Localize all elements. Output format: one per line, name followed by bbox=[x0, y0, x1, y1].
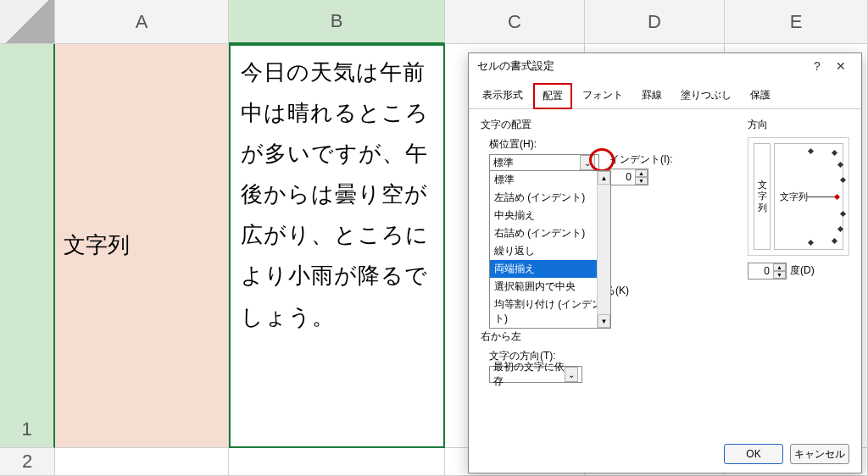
dd-option-distributed[interactable]: 均等割り付け (インデント) bbox=[490, 296, 610, 328]
dd-option-right[interactable]: 右詰め (インデント) bbox=[490, 224, 610, 242]
col-header-c[interactable]: C bbox=[445, 0, 585, 44]
tab-alignment[interactable]: 配置 bbox=[533, 83, 572, 109]
orientation-arc[interactable]: 文字列 bbox=[774, 143, 843, 250]
horizontal-dropdown: 標準 左詰め (インデント) 中央揃え 右詰め (インデント) 繰り返し 両端揃… bbox=[489, 170, 611, 329]
indent-spinner[interactable]: ▲ ▼ bbox=[609, 169, 648, 185]
row-header-2[interactable]: 2 bbox=[0, 448, 55, 476]
indent-input[interactable] bbox=[610, 171, 634, 183]
scroll-down-icon[interactable]: ▼ bbox=[598, 314, 610, 328]
cell-b2[interactable] bbox=[229, 448, 445, 476]
col-header-e[interactable]: E bbox=[725, 0, 868, 44]
degree-label: 度(D) bbox=[790, 263, 815, 278]
dd-option-center-selection[interactable]: 選択範囲内で中央 bbox=[490, 278, 610, 296]
tab-fill[interactable]: 塗りつぶし bbox=[672, 83, 740, 109]
dd-option-justify[interactable]: 両端揃え bbox=[490, 260, 610, 278]
col-header-d[interactable]: D bbox=[585, 0, 725, 44]
cell-a2[interactable] bbox=[55, 448, 229, 476]
tab-protection[interactable]: 保護 bbox=[742, 83, 779, 109]
orientation-horiz-text: 文字列 bbox=[780, 191, 808, 203]
col-header-b[interactable]: B bbox=[229, 0, 445, 44]
ok-button[interactable]: OK bbox=[724, 444, 783, 464]
row-header-1[interactable]: 1 bbox=[0, 44, 55, 448]
dialog-tabs: 表示形式 配置 フォント 罫線 塗りつぶし 保護 bbox=[469, 79, 861, 109]
degree-input[interactable] bbox=[748, 265, 772, 277]
format-cells-dialog: セルの書式設定 ? ✕ 表示形式 配置 フォント 罫線 塗りつぶし 保護 文字の… bbox=[468, 53, 862, 473]
horizontal-label: 横位置(H): bbox=[489, 137, 736, 152]
orientation-line bbox=[807, 196, 837, 197]
rtl-group-label: 右から左 bbox=[481, 329, 736, 344]
dd-option-left[interactable]: 左詰め (インデント) bbox=[490, 189, 610, 207]
orientation-widget[interactable]: 文字列 文字列 bbox=[748, 137, 849, 256]
tab-border[interactable]: 罫線 bbox=[633, 83, 670, 109]
cell-b1[interactable]: 今日の天気は午前中は晴れるところが多いですが、午後からは曇り空が広がり、ところに… bbox=[229, 44, 445, 448]
spin-down-icon[interactable]: ▼ bbox=[773, 271, 786, 279]
dd-option-repeat[interactable]: 繰り返し bbox=[490, 242, 610, 260]
text-direction-value: 最初の文字に依存 bbox=[493, 360, 565, 389]
degree-spinner[interactable]: ▲ ▼ bbox=[748, 263, 787, 280]
dialog-title: セルの書式設定 bbox=[477, 58, 805, 74]
horizontal-combo-value: 標準 bbox=[493, 156, 514, 170]
chevron-down-icon[interactable]: ⌄ bbox=[580, 155, 595, 170]
scroll-up-icon[interactable]: ▲ bbox=[598, 171, 610, 185]
chevron-down-icon[interactable]: ⌄ bbox=[565, 367, 578, 382]
dd-option-center[interactable]: 中央揃え bbox=[490, 207, 610, 224]
cancel-button[interactable]: キャンセル bbox=[790, 444, 849, 464]
dialog-footer: OK キャンセル bbox=[724, 444, 849, 464]
scroll-track[interactable] bbox=[598, 185, 610, 314]
text-alignment-group-label: 文字の配置 bbox=[481, 118, 736, 132]
text-direction-combo[interactable]: 最初の文字に依存 ⌄ bbox=[489, 366, 582, 383]
dd-option-standard[interactable]: 標準 bbox=[490, 171, 610, 189]
orientation-group-label: 方向 bbox=[748, 118, 849, 132]
dialog-titlebar[interactable]: セルの書式設定 ? ✕ bbox=[469, 53, 861, 79]
orientation-vertical-text[interactable]: 文字列 bbox=[754, 143, 771, 250]
dialog-body: 文字の配置 横位置(H): 標準 ⌄ 標準 左詰め (インデント) 中央揃え 右… bbox=[469, 109, 861, 391]
close-button[interactable]: ✕ bbox=[829, 56, 853, 76]
column-headers: A B C D E bbox=[0, 0, 868, 44]
help-button[interactable]: ? bbox=[805, 56, 829, 76]
spin-down-icon[interactable]: ▼ bbox=[635, 177, 648, 185]
orientation-handle[interactable] bbox=[834, 194, 840, 200]
horizontal-combo[interactable]: 標準 ⌄ bbox=[489, 154, 599, 171]
spin-up-icon[interactable]: ▲ bbox=[773, 263, 786, 271]
tab-number-format[interactable]: 表示形式 bbox=[474, 83, 531, 109]
col-header-a[interactable]: A bbox=[55, 0, 229, 44]
cell-a1[interactable]: 文字列 bbox=[55, 44, 229, 448]
select-all-corner[interactable] bbox=[0, 0, 55, 44]
dropdown-scrollbar[interactable]: ▲ ▼ bbox=[597, 171, 610, 328]
tab-font[interactable]: フォント bbox=[574, 83, 632, 109]
